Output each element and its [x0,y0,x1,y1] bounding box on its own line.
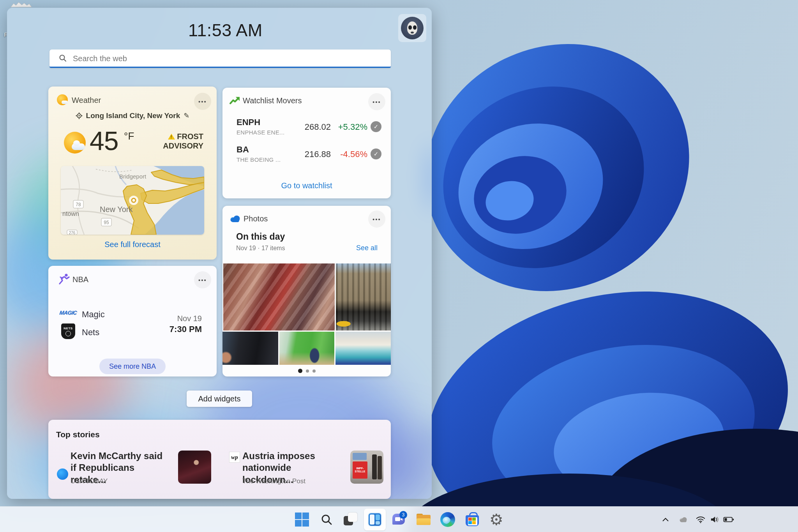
avatar [401,17,424,39]
search-icon [321,514,332,525]
nba-more-button[interactable]: ••• [194,271,211,288]
warning-icon: ! [168,134,175,140]
photo-thumbnail[interactable] [223,263,335,331]
edit-location-icon[interactable]: ✎ [184,111,189,120]
task-view-button[interactable] [340,509,362,530]
game-date: Nov 19 [161,314,202,323]
watchlist-title: Watchlist Movers [243,96,302,105]
chat-teams-button[interactable]: 3 [388,509,410,530]
watchlist-more-button[interactable]: ••• [368,93,385,110]
magic-team-logo: MAGIC [58,309,79,320]
watched-check-icon[interactable]: ✓ [371,121,381,132]
search-input[interactable] [72,49,381,67]
see-all-link[interactable]: See all [315,244,378,252]
see-full-forecast-link[interactable]: See full forecast [48,240,217,249]
top-stories-section: Top stories Kevin McCarthy said if Repub… [48,420,391,499]
washington-post-logo: wp [229,452,240,463]
widgets-icon [368,513,382,527]
location-target-icon [76,112,83,119]
map-label-ntown: ntown [62,210,79,217]
desktop-icon-peek[interactable] [11,2,32,7]
chevron-up-icon [662,518,669,521]
onedrive-cloud-icon [229,214,241,223]
photo-grid [222,263,391,366]
team1-name: Magic [82,309,105,320]
search-icon [59,54,67,62]
photo-thumbnail[interactable] [336,263,391,331]
desktop: F 11:53 AM Weather ••• [0,0,798,532]
weather-map[interactable]: 78 95 276 Bridgeport New York ntown [61,166,204,235]
carousel-dots[interactable] [222,369,391,373]
speaker-icon [710,516,720,523]
route-276-shield: 276 [69,231,76,235]
story-thumbnail[interactable] [178,451,211,484]
search-taskbar-button[interactable] [316,509,337,530]
see-more-nba-button[interactable]: See more NBA [99,359,166,374]
photo-thumbnail[interactable] [279,332,334,365]
team2-name: Nets [82,327,99,338]
photos-title: Photos [244,214,268,223]
temperature-unit: °F [124,130,134,142]
temperature-value: 45 [90,125,118,156]
nba-widget[interactable]: NBA ••• MAGIC Magic NETS Nets Nov 19 7:3… [48,266,217,376]
account-avatar-button[interactable] [398,14,426,42]
photos-subtitle: Nov 19 · 17 items [236,245,285,252]
volume-tray-button[interactable] [708,513,722,526]
photos-widget[interactable]: Photos ••• On this day Nov 19 · 17 items… [222,206,391,376]
weather-more-button[interactable]: ••• [194,93,211,110]
carousel-dot[interactable] [312,369,316,373]
panel-clock: 11:53 AM [188,20,263,41]
photos-more-button[interactable]: ••• [368,210,385,228]
watched-check-icon[interactable]: ✓ [371,148,381,159]
photos-heading: On this day [236,232,285,242]
onedrive-tray-button[interactable] [676,513,690,526]
top-stories-heading: Top stories [56,430,100,439]
edge-browser-button[interactable] [437,509,459,530]
blue-sign [353,453,367,460]
cloud-icon [679,516,688,523]
search-bar [49,49,391,68]
microsoft-store-button[interactable] [461,509,483,530]
photo-thumbnail[interactable] [335,332,391,365]
task-view-icon [344,513,358,527]
chat-badge: 3 [399,511,407,519]
ellipsis-icon: ••• [373,216,381,223]
battery-icon [723,516,734,523]
game-time: 7:30 PM [161,324,202,334]
ellipsis-icon: ••• [198,277,207,283]
windows-logo-icon [295,513,309,527]
weather-widget[interactable]: Weather ••• Long Island City, New York ✎… [48,87,217,260]
weather-location-row[interactable]: Long Island City, New York ✎ [48,111,217,120]
weather-alert: !FROST ADVISORY [141,132,203,151]
start-button[interactable] [291,509,313,530]
red-sign: IMPF-STELLE [353,461,367,479]
file-explorer-button[interactable] [413,509,434,530]
carousel-dot[interactable] [306,369,309,373]
weather-title: Weather [72,96,101,105]
sun-cloud-icon [64,132,86,154]
route-78-shield: 78 [76,202,81,207]
nets-team-logo: NETS [61,323,75,339]
usa-today-logo [57,468,68,480]
wallpaper-bloom [405,0,798,532]
gear-icon: ⚙ [489,512,503,527]
story-thumbnail[interactable]: IMPF-STELLE [350,451,383,484]
stocks-trend-icon [230,96,240,105]
wifi-tray-button[interactable] [694,513,708,526]
widgets-button[interactable] [364,509,386,530]
battery-tray-button[interactable] [721,513,736,526]
nba-title: NBA [72,275,88,284]
carousel-dot-active[interactable] [298,369,302,373]
edge-icon [440,512,455,527]
add-widgets-button[interactable]: Add widgets [187,391,252,407]
store-icon [465,512,479,527]
route-95-shield: 95 [104,220,109,225]
weather-location: Long Island City, New York [86,111,180,120]
tray-chevron-button[interactable] [659,513,673,526]
settings-button[interactable]: ⚙ [486,509,507,530]
watchlist-widget[interactable]: Watchlist Movers ••• ENPH ENPHASE ENE...… [222,88,391,198]
wifi-icon [696,516,705,523]
go-to-watchlist-link[interactable]: Go to watchlist [222,181,391,190]
weather-icon [57,94,68,105]
photo-thumbnail[interactable] [222,332,278,365]
